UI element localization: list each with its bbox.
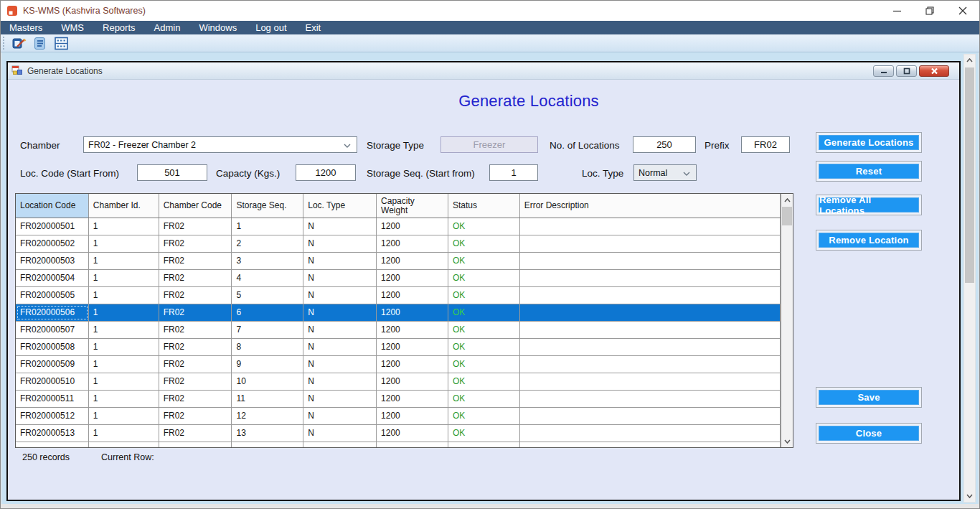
grid-column-header[interactable]: Error Description <box>520 194 781 218</box>
grid-row[interactable]: FR0200005111FR0211N1200OK <box>16 391 781 408</box>
grid-cell[interactable]: 1200 <box>377 425 448 442</box>
scroll-up-icon[interactable] <box>781 194 793 206</box>
grid-cell[interactable]: N <box>303 235 377 252</box>
grid-row[interactable]: FR0200005051FR025N1200OK <box>16 287 781 304</box>
grid-column-header[interactable]: Capacity Weight <box>377 194 448 218</box>
grid-cell[interactable]: 1 <box>89 218 159 235</box>
grid-cell[interactable]: N <box>303 391 377 407</box>
grid-cell[interactable] <box>520 253 781 269</box>
grid-row[interactable] <box>16 442 781 447</box>
grid-cell[interactable]: 1200 <box>377 253 448 269</box>
close-icon[interactable] <box>946 1 979 21</box>
list-icon[interactable] <box>32 36 48 50</box>
grid-row[interactable]: FR0200005131FR0213N1200OK <box>16 425 781 442</box>
grid-cell[interactable] <box>377 442 448 447</box>
grid-cell[interactable] <box>520 356 781 373</box>
grid-row[interactable]: FR0200005121FR0212N1200OK <box>16 408 781 425</box>
grid-cell[interactable]: 1200 <box>377 322 448 338</box>
grid-cell[interactable]: OK <box>448 373 520 390</box>
grid-cell[interactable]: 1200 <box>377 218 448 235</box>
grid-column-header[interactable]: Chamber Code <box>159 194 232 218</box>
grid-cell[interactable]: FR020000510 <box>16 373 89 390</box>
save-button[interactable]: Save <box>819 390 919 405</box>
grid-cell[interactable]: FR020000506 <box>16 304 89 321</box>
grid-cell[interactable]: N <box>303 322 377 338</box>
grid-cell[interactable]: 1 <box>89 391 159 407</box>
grid-cell[interactable]: 1 <box>89 408 159 424</box>
grid-cell[interactable]: FR02 <box>159 235 232 252</box>
menu-item-exit[interactable]: Exit <box>296 21 331 34</box>
grid-cell[interactable]: 1200 <box>377 391 448 407</box>
grid-vertical-scrollbar[interactable] <box>781 194 793 447</box>
form-edit-icon[interactable] <box>11 36 27 50</box>
grid-cell[interactable]: FR020000513 <box>16 425 89 442</box>
grid-cell[interactable]: FR020000511 <box>16 391 89 407</box>
grid-cell[interactable]: OK <box>448 235 520 252</box>
grid-cell[interactable] <box>520 287 781 304</box>
grid-cell[interactable]: 1 <box>89 322 159 338</box>
grid-cell[interactable] <box>520 373 781 390</box>
grid-cell[interactable]: 6 <box>232 304 303 321</box>
grid-row[interactable]: FR0200005061FR026N1200OK <box>16 304 781 322</box>
child-minimize-icon[interactable] <box>873 65 894 77</box>
grid-cell[interactable]: FR02 <box>159 391 232 407</box>
grid-cell[interactable]: FR02 <box>159 270 232 286</box>
grid-cell[interactable]: N <box>303 339 377 355</box>
capacity-field[interactable]: 1200 <box>296 164 356 181</box>
grid-cell[interactable]: 1 <box>89 339 159 355</box>
grid-cell[interactable]: FR02 <box>159 218 232 235</box>
grid-cell[interactable]: OK <box>448 391 520 407</box>
grid-column-header[interactable]: Chamber Id. <box>89 194 159 218</box>
grid-cell[interactable]: FR020000512 <box>16 408 89 424</box>
grid-cell[interactable]: 1 <box>89 373 159 390</box>
grid-cell[interactable]: OK <box>448 253 520 269</box>
grid-cell[interactable]: 1 <box>89 304 159 321</box>
menu-item-wms[interactable]: WMS <box>52 21 93 34</box>
grid-column-header[interactable]: Storage Seq. <box>232 194 303 218</box>
grid-cell[interactable]: 3 <box>232 253 303 269</box>
grid-cell[interactable]: FR020000507 <box>16 322 89 338</box>
scroll-down-icon[interactable] <box>781 435 793 447</box>
grid-cell[interactable]: N <box>303 253 377 269</box>
grid-cell[interactable]: FR02 <box>159 408 232 424</box>
grid-row[interactable]: FR0200005071FR027N1200OK <box>16 322 781 339</box>
grid-cell[interactable]: N <box>303 287 377 304</box>
restore-icon[interactable] <box>913 1 946 21</box>
chamber-select[interactable]: FR02 - Freezer Chamber 2 <box>83 136 357 153</box>
grid-cell[interactable]: 7 <box>232 322 303 338</box>
child-close-icon[interactable] <box>919 65 949 77</box>
grid-cell[interactable]: 1200 <box>377 373 448 390</box>
grid-column-header[interactable]: Status <box>448 194 520 218</box>
child-restore-icon[interactable] <box>896 65 917 77</box>
grid-cell[interactable]: FR020000508 <box>16 339 89 355</box>
grid-cell[interactable]: 1 <box>89 425 159 442</box>
grid-cell[interactable]: FR020000504 <box>16 270 89 286</box>
grid-cell[interactable]: N <box>303 373 377 390</box>
grid-cell[interactable]: OK <box>448 339 520 355</box>
grid-cell[interactable] <box>448 442 520 447</box>
grid-cell[interactable] <box>520 391 781 407</box>
grid-cell[interactable]: 1200 <box>377 235 448 252</box>
grid-cell[interactable]: 1 <box>89 356 159 373</box>
grid-cell[interactable] <box>303 442 377 447</box>
grid-cell[interactable]: 12 <box>232 408 303 424</box>
grid-cell[interactable]: FR02 <box>159 304 232 321</box>
grid-row[interactable]: FR0200005031FR023N1200OK <box>16 253 781 270</box>
grid-cell[interactable]: FR02 <box>159 287 232 304</box>
loc-type-select[interactable]: Normal <box>633 164 697 181</box>
menu-item-logout[interactable]: Log out <box>246 21 296 34</box>
storage-seq-start-field[interactable]: 1 <box>489 164 538 181</box>
grid-row[interactable]: FR0200005081FR028N1200OK <box>16 339 781 356</box>
grid-scroll-thumb[interactable] <box>782 207 792 225</box>
grid-cell[interactable] <box>520 339 781 355</box>
toolbar-grip[interactable] <box>3 37 6 50</box>
grid-cell[interactable]: N <box>303 270 377 286</box>
grid-cell[interactable] <box>520 322 781 338</box>
grid-cell[interactable]: 10 <box>232 373 303 390</box>
reset-button[interactable]: Reset <box>819 164 919 179</box>
grid-cell[interactable]: 1 <box>89 253 159 269</box>
grid-cell[interactable]: FR02 <box>159 339 232 355</box>
grid-cell[interactable]: N <box>303 356 377 373</box>
grid-cell[interactable]: N <box>303 408 377 424</box>
grid-cell[interactable]: 5 <box>232 287 303 304</box>
